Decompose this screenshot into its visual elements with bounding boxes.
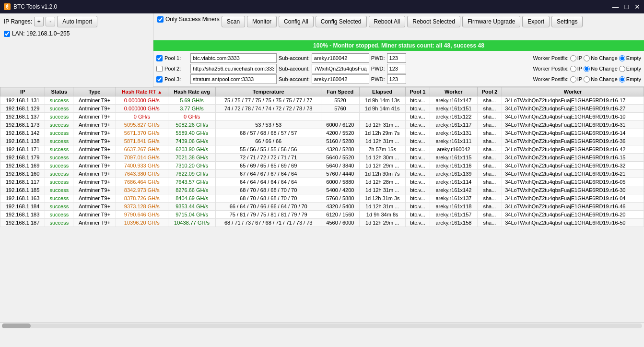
- monitor-btn[interactable]: Monitor: [247, 16, 277, 27]
- col-status[interactable]: Status: [45, 87, 73, 96]
- col-pool2[interactable]: Pool 2: [477, 87, 502, 96]
- col-temperature[interactable]: Temperature: [216, 87, 321, 96]
- pool1-checkbox[interactable]: [156, 55, 163, 61]
- reboot-all-btn[interactable]: Reboot All: [369, 16, 406, 27]
- table-row[interactable]: 192.168.1.183 success Antminer T9+ 9790.…: [0, 211, 644, 219]
- table-row[interactable]: 192.168.1.184 success Antminer T9+ 9373.…: [0, 203, 644, 211]
- cell-fan: [321, 113, 360, 121]
- only-success-label[interactable]: Only Success Miners: [157, 16, 220, 23]
- cell-hash-avg: 9353.44 GH/s: [168, 203, 215, 211]
- cell-pool2: sha...: [477, 121, 502, 129]
- pool2-nochange-radio[interactable]: [584, 66, 590, 72]
- config-all-btn[interactable]: Config All: [279, 16, 314, 27]
- close-btn[interactable]: ✕: [634, 3, 640, 11]
- pool2-sub-account[interactable]: [312, 64, 369, 73]
- only-success-checkbox[interactable]: [157, 16, 164, 23]
- scan-btn[interactable]: Scan: [222, 16, 245, 27]
- table-row[interactable]: 192.168.1.163 success Antminer T9+ 8378.…: [0, 194, 644, 203]
- cell-type: Antminer T9+: [73, 186, 116, 194]
- col-type[interactable]: Type: [73, 87, 116, 96]
- cell-type: Antminer T9+: [73, 105, 116, 113]
- lan-ip-checkbox[interactable]: [4, 31, 10, 37]
- pool3-worker-postfix: Worker Postfix: IP No Change Empty: [533, 76, 641, 83]
- table-row[interactable]: 192.168.1.185 success Antminer T9+ 8342.…: [0, 186, 644, 194]
- config-selected-btn[interactable]: Config Selected: [316, 16, 367, 27]
- table-row[interactable]: 192.168.1.187 success Antminer T9+ 10396…: [0, 219, 644, 227]
- cell-type: Antminer T9+: [73, 137, 116, 145]
- cell-worker2: 34LoTWxihQnZ2tu4qbsFuajE1GHAE6RD19.r16-2…: [502, 211, 644, 219]
- pool3-url[interactable]: [190, 74, 277, 84]
- pool1-pwd[interactable]: [387, 53, 406, 63]
- pool2-pwd[interactable]: [387, 64, 406, 73]
- cell-pool1: btc.v...: [405, 113, 430, 121]
- col-hash-avg[interactable]: Hash Rate avg: [168, 87, 215, 96]
- table-row[interactable]: 192.168.1.171 success Antminer T9+ 6637.…: [0, 145, 644, 154]
- pool3-pwd[interactable]: [387, 74, 406, 84]
- export-btn[interactable]: Export: [522, 16, 550, 27]
- col-pool1[interactable]: Pool 1: [405, 87, 430, 96]
- cell-fan: 6120 / 1560: [321, 211, 360, 219]
- maximize-btn[interactable]: □: [625, 3, 629, 11]
- table-row[interactable]: 192.168.1.129 success Antminer T9+ 0.000…: [0, 105, 644, 113]
- settings-btn[interactable]: Settings: [551, 16, 583, 27]
- table-row[interactable]: 192.168.1.138 success Antminer T9+ 5871.…: [0, 137, 644, 145]
- cell-worker2: 34LoTWxihQnZ2tu4qbsFuajE1GHAE6RD19.r16-2…: [502, 105, 644, 113]
- cell-hash-avg: 7439.06 GH/s: [168, 137, 215, 145]
- cell-pool1: btc.v...: [405, 137, 430, 145]
- cell-hash-avg: 5082.26 GH/s: [168, 121, 215, 129]
- cell-pool2: sha...: [477, 105, 502, 113]
- col-ip[interactable]: IP: [0, 87, 45, 96]
- pool1-ip-radio[interactable]: [570, 55, 576, 61]
- miners-table-container[interactable]: IP Status Type Hash Rate RT ▲ Hash Rate …: [0, 87, 644, 322]
- table-row[interactable]: 192.168.1.142 success Antminer T9+ 5671.…: [0, 129, 644, 137]
- table-row[interactable]: 192.168.1.137 success Antminer T9+ 0 GH/…: [0, 113, 644, 121]
- cell-pool2: sha...: [477, 154, 502, 162]
- pool1-url[interactable]: [190, 53, 277, 63]
- pool2-ip-radio[interactable]: [570, 66, 576, 72]
- pool1-nochange-radio[interactable]: [584, 55, 590, 61]
- cell-pool2: sha...: [477, 186, 502, 194]
- add-ip-btn[interactable]: +: [34, 17, 44, 26]
- pool1-empty-radio[interactable]: [619, 55, 625, 61]
- table-row[interactable]: 192.168.1.173 success Antminer T9+ 5095.…: [0, 121, 644, 129]
- minimize-btn[interactable]: —: [612, 3, 619, 11]
- cell-pool1: btc.v...: [405, 129, 430, 137]
- table-row[interactable]: 192.168.1.117 success Antminer T9+ 7686.…: [0, 178, 644, 186]
- cell-type: Antminer T9+: [73, 129, 116, 137]
- cell-pool1: btc.v...: [405, 194, 430, 203]
- table-row[interactable]: 192.168.1.169 success Antminer T9+ 7400.…: [0, 162, 644, 170]
- col-hash-rt[interactable]: Hash Rate RT ▲: [116, 87, 168, 96]
- pool1-sub-account[interactable]: [312, 53, 369, 63]
- table-row[interactable]: 192.168.1.160 success Antminer T9+ 7643.…: [0, 170, 644, 178]
- cell-ip: 192.168.1.117: [0, 178, 45, 186]
- col-fan-speed[interactable]: Fan Speed: [321, 87, 360, 96]
- table-row[interactable]: 192.168.1.131 success Antminer T9+ 0.000…: [0, 96, 644, 105]
- col-worker2[interactable]: Worker: [502, 87, 644, 96]
- cell-worker1: areky.r161x157: [430, 211, 477, 219]
- horizontal-scrollbar[interactable]: [0, 322, 644, 329]
- pool2-checkbox[interactable]: [156, 66, 163, 72]
- firmware-upgrade-btn[interactable]: Firmware Upgrade: [462, 16, 520, 27]
- col-worker1[interactable]: Worker: [430, 87, 477, 96]
- col-elapsed[interactable]: Elapsed: [359, 87, 405, 96]
- cell-status: success: [45, 178, 73, 186]
- pool3-sub-account[interactable]: [312, 74, 369, 84]
- pool2-empty-radio[interactable]: [619, 66, 625, 72]
- cell-type: Antminer T9+: [73, 162, 116, 170]
- remove-ip-btn[interactable]: -: [46, 17, 55, 26]
- reboot-selected-btn[interactable]: Reboot Selected: [407, 16, 460, 27]
- pool3-checkbox[interactable]: [156, 76, 163, 83]
- cell-pool2: sha...: [477, 194, 502, 203]
- pool2-url[interactable]: [190, 64, 277, 73]
- pool3-ip-radio[interactable]: [570, 76, 576, 83]
- cell-temp: 64 / 64 / 64 / 64 / 64 / 64: [216, 178, 321, 186]
- cell-ip: 192.168.1.185: [0, 186, 45, 194]
- cell-pool2: sha...: [477, 129, 502, 137]
- cell-worker1: areky.r161x151: [430, 105, 477, 113]
- auto-import-btn[interactable]: Auto Import: [57, 16, 97, 27]
- pool3-nochange-radio[interactable]: [584, 76, 590, 83]
- table-row[interactable]: 192.168.1.179 success Antminer T9+ 7097.…: [0, 154, 644, 162]
- cell-pool1: btc.v...: [405, 203, 430, 211]
- pool3-empty-radio[interactable]: [619, 76, 625, 83]
- cell-worker1: areky.r160042: [430, 145, 477, 154]
